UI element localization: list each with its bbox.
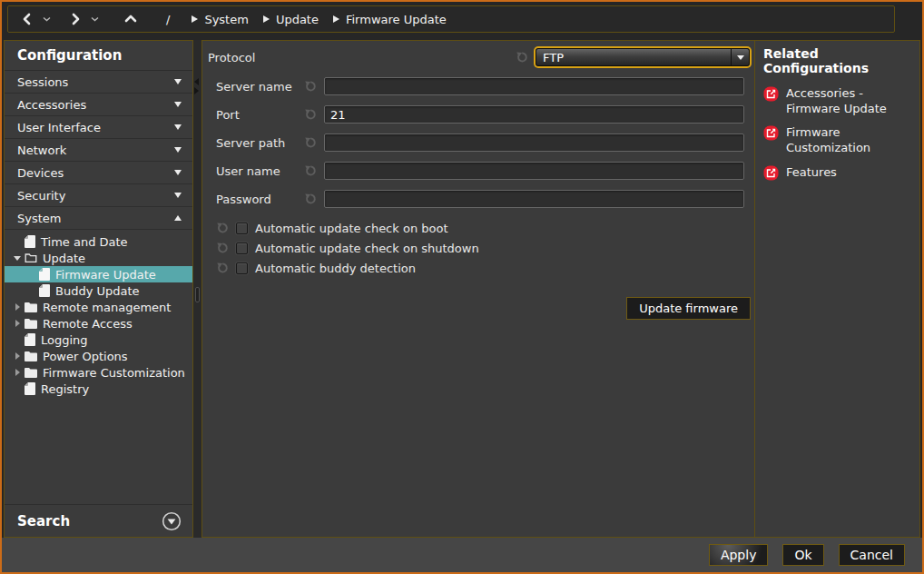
folder-icon <box>25 351 37 361</box>
related-link-firmware-customization[interactable]: Firmware Customization <box>763 125 912 155</box>
back-history-caret[interactable] <box>43 16 51 22</box>
expander-down-icon[interactable] <box>14 256 21 261</box>
server-name-input[interactable] <box>324 77 744 95</box>
document-icon <box>39 268 50 281</box>
navigation-toolbar: / System Update Firmware Update <box>7 5 895 33</box>
tree-item-logging[interactable]: Logging <box>5 332 192 348</box>
external-link-icon <box>763 125 779 141</box>
breadcrumb-item-system[interactable]: System <box>192 13 248 26</box>
ok-button[interactable]: Ok <box>782 544 823 566</box>
auto-update-shutdown-row: Automatic update check on shutdown <box>216 238 754 258</box>
password-label: Password <box>216 193 304 206</box>
chevron-down-icon <box>174 147 182 153</box>
expander-right-icon[interactable] <box>15 303 20 311</box>
splitter-grip[interactable] <box>195 287 200 302</box>
tree-item-time-and-date[interactable]: Time and Date <box>5 233 192 250</box>
cancel-button[interactable]: Cancel <box>839 544 905 566</box>
breadcrumb-triangle-icon <box>263 15 270 23</box>
tree-item-update[interactable]: Update <box>5 250 192 266</box>
sidebar-item-sessions[interactable]: Sessions <box>5 71 192 94</box>
related-link-accessories-firmware-update[interactable]: Accessories - Firmware Update <box>763 86 912 116</box>
breadcrumb-item-update[interactable]: Update <box>263 13 319 26</box>
tree-item-firmware-update[interactable]: Firmware Update <box>5 266 192 282</box>
back-button[interactable] <box>17 8 37 30</box>
user-name-input[interactable] <box>324 162 744 180</box>
tree-item-remote-management[interactable]: Remote management <box>5 299 192 315</box>
sidebar-item-system[interactable]: System <box>5 207 192 230</box>
chevron-down-icon <box>174 102 182 107</box>
splitter-collapse-left-icon[interactable] <box>194 78 199 85</box>
reset-icon[interactable] <box>216 222 229 234</box>
breadcrumb-item-firmware-update[interactable]: Firmware Update <box>333 13 447 26</box>
document-icon <box>25 382 35 395</box>
reset-icon[interactable] <box>216 242 229 254</box>
reset-icon[interactable] <box>216 262 229 274</box>
folder-icon <box>25 302 37 312</box>
auto-update-shutdown-checkbox[interactable] <box>236 242 248 254</box>
auto-update-boot-row: Automatic update check on boot <box>216 218 754 238</box>
reset-icon[interactable] <box>304 164 317 177</box>
chevron-up-icon <box>123 12 138 26</box>
sidebar-item-devices[interactable]: Devices <box>5 162 192 184</box>
app-window: / System Update Firmware Update Configur… <box>0 0 924 574</box>
reset-icon[interactable] <box>304 108 317 121</box>
breadcrumb-label: System <box>204 13 248 26</box>
server-path-row: Server path <box>216 134 744 152</box>
search-expand-icon[interactable] <box>162 511 182 531</box>
breadcrumb-root[interactable]: / <box>166 13 170 26</box>
tree-item-registry[interactable]: Registry <box>5 381 192 397</box>
server-path-input[interactable] <box>324 134 744 152</box>
top-bar: / System Update Firmware Update <box>2 2 922 36</box>
chevron-down-icon <box>174 193 182 198</box>
update-firmware-button[interactable]: Update firmware <box>626 297 751 320</box>
apply-button[interactable]: Apply <box>709 544 769 566</box>
sidebar-item-user-interface[interactable]: User Interface <box>5 116 192 139</box>
main-body: Configuration Sessions Accessories User … <box>2 36 922 538</box>
tree-item-remote-access[interactable]: Remote Access <box>5 315 192 332</box>
expander-right-icon[interactable] <box>15 352 20 360</box>
auto-buddy-detection-label: Automatic buddy detection <box>255 262 416 275</box>
sidebar-header: Configuration <box>5 41 192 71</box>
caret-down-icon <box>91 16 99 22</box>
up-button[interactable] <box>121 8 141 30</box>
sidebar-item-security[interactable]: Security <box>5 184 192 207</box>
external-link-icon <box>763 86 779 102</box>
firmware-update-form: Protocol FTP Server name Port <box>202 41 754 537</box>
auto-update-shutdown-label: Automatic update check on shutdown <box>255 242 479 255</box>
password-input[interactable] <box>324 190 744 208</box>
user-name-row: User name <box>216 162 744 180</box>
breadcrumb-triangle-icon <box>192 15 198 23</box>
port-input[interactable] <box>324 105 744 124</box>
reset-icon[interactable] <box>304 80 317 93</box>
breadcrumb-label: Update <box>276 13 319 26</box>
sidebar-item-accessories[interactable]: Accessories <box>5 94 192 116</box>
password-row: Password <box>216 190 744 208</box>
reset-icon[interactable] <box>304 193 317 205</box>
auto-update-boot-label: Automatic update check on boot <box>255 222 448 235</box>
folder-icon <box>25 318 37 329</box>
related-link-features[interactable]: Features <box>763 165 912 181</box>
expander-right-icon[interactable] <box>15 320 20 327</box>
sidebar-splitter[interactable] <box>193 40 202 538</box>
breadcrumb-label: Firmware Update <box>346 13 447 26</box>
protocol-label: Protocol <box>208 51 516 64</box>
auto-buddy-detection-row: Automatic buddy detection <box>216 258 754 278</box>
port-row: Port <box>216 105 744 124</box>
forward-button[interactable] <box>65 8 85 30</box>
search-section-toggle[interactable]: Search <box>5 504 192 537</box>
protocol-select[interactable]: FTP <box>536 48 750 66</box>
tree-item-power-options[interactable]: Power Options <box>5 348 192 364</box>
auto-update-boot-checkbox[interactable] <box>236 223 248 234</box>
tree-item-firmware-customization[interactable]: Firmware Customization <box>5 364 192 381</box>
dropdown-arrow-icon <box>737 55 744 60</box>
reset-icon[interactable] <box>516 51 528 64</box>
forward-history-caret[interactable] <box>91 16 99 22</box>
content-panel: Protocol FTP Server name Port <box>202 40 920 538</box>
reset-icon[interactable] <box>304 136 317 149</box>
expander-right-icon[interactable] <box>15 369 20 376</box>
tree-item-buddy-update[interactable]: Buddy Update <box>5 282 192 299</box>
folder-open-icon <box>25 252 37 263</box>
splitter-collapse-right-icon[interactable] <box>194 87 199 94</box>
auto-buddy-detection-checkbox[interactable] <box>236 262 248 274</box>
sidebar-item-network[interactable]: Network <box>5 139 192 162</box>
